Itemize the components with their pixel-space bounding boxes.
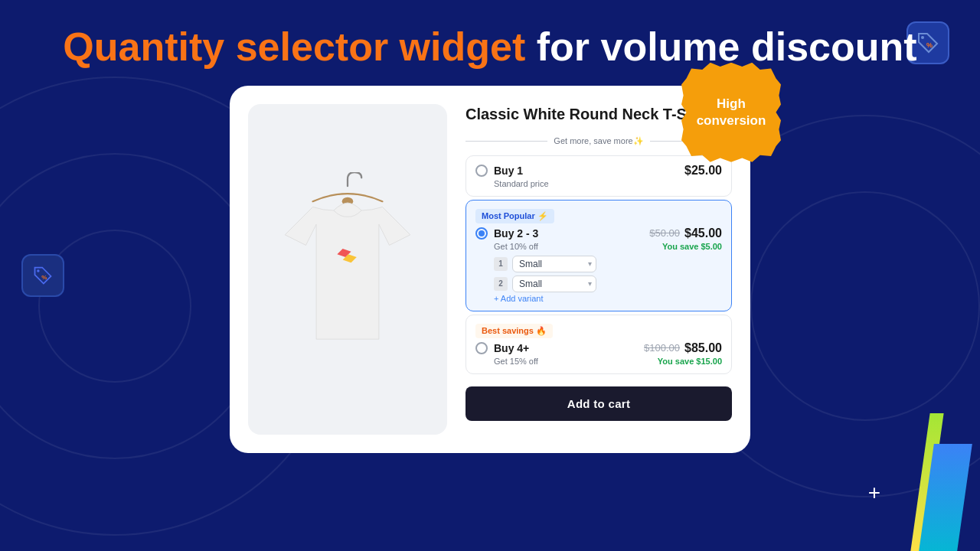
product-image-area: [248, 104, 447, 435]
option-buy2-3-left: Buy 2 - 3: [475, 227, 538, 240]
option-buy1-sub: Standard price: [475, 179, 722, 188]
option-buy1-price: $25.00: [684, 164, 722, 178]
option-buy4plus-save: You save $15.00: [658, 357, 722, 366]
variant-rows: 1 Small Medium Large ▾ 2: [475, 256, 722, 292]
save-banner-text: Get more, save more✨: [554, 136, 643, 146]
option-buy2-3[interactable]: Most Popular ⚡ Buy 2 - 3 $50.00 $45.00: [466, 200, 732, 311]
variant-select-wrap-2: Small Medium Large ▾: [512, 276, 596, 292]
variant-row-1: 1 Small Medium Large ▾: [494, 256, 722, 272]
option-buy2-3-original: $50.00: [649, 227, 680, 239]
badge-line1: High: [717, 96, 746, 111]
option-buy4plus-current: $85.00: [684, 341, 722, 355]
option-buy4plus-label: Buy 4+: [494, 342, 529, 354]
scallop-badge: High conversion: [681, 63, 781, 162]
option-buy2-3-header: Buy 2 - 3 $50.00 $45.00: [475, 227, 722, 240]
variant-row-2: 2 Small Medium Large ▾: [494, 276, 722, 292]
option-buy4plus-sub: Get 15% off You save $15.00: [475, 357, 722, 366]
option-buy4plus-discount: Get 15% off: [494, 357, 538, 366]
variant-select-1[interactable]: Small Medium Large: [512, 256, 596, 272]
plus-decoration: +: [868, 481, 880, 505]
option-buy2-3-label: Buy 2 - 3: [494, 227, 538, 240]
badge-text: High conversion: [697, 96, 766, 129]
option-buy2-3-discount: Get 10% off: [494, 242, 538, 251]
option-buy2-3-prices: $50.00 $45.00: [649, 227, 722, 240]
option-buy1-left: Buy 1: [475, 165, 523, 177]
option-buy2-3-sub: Get 10% off You save $5.00: [475, 242, 722, 251]
save-banner-line-left: [466, 141, 547, 142]
most-popular-tag: Most Popular ⚡: [475, 209, 554, 223]
option-buy2-3-save: You save $5.00: [662, 242, 722, 251]
variant-select-wrap-1: Small Medium Large ▾: [512, 256, 596, 272]
add-to-cart-button[interactable]: Add to cart: [466, 386, 732, 421]
best-savings-tag: Best savings 🔥: [475, 324, 553, 338]
title-orange-part: Quantity selector widget: [63, 24, 525, 69]
radio-buy4plus[interactable]: [475, 342, 488, 354]
page-header: Quantity selector widget for volume disc…: [0, 0, 980, 86]
quantity-options: Buy 1 $25.00 Standard price Most Popular…: [466, 155, 732, 374]
option-buy1-header: Buy 1 $25.00: [475, 164, 722, 178]
product-card: High conversion: [230, 86, 750, 453]
option-buy4plus-header: Buy 4+ $100.00 $85.00: [475, 341, 722, 355]
radio-buy2-3[interactable]: [475, 227, 488, 240]
tshirt-image: [271, 172, 424, 367]
radio-buy1[interactable]: [475, 165, 488, 177]
conversion-badge: High conversion: [681, 63, 781, 162]
option-buy4plus-left: Buy 4+: [475, 342, 529, 354]
option-buy1-prices: $25.00: [684, 164, 722, 178]
radio-buy2-3-inner: [479, 230, 485, 236]
option-buy4plus[interactable]: Best savings 🔥 Buy 4+ $100.00 $85.00: [466, 315, 732, 374]
option-buy4plus-original: $100.00: [644, 342, 680, 354]
variant-select-2[interactable]: Small Medium Large: [512, 276, 596, 292]
page-title: Quantity selector widget for volume disc…: [31, 24, 949, 70]
variant-num-2: 2: [494, 277, 508, 291]
badge-line2: conversion: [697, 113, 766, 128]
option-buy2-3-current: $45.00: [684, 227, 722, 240]
add-variant-link[interactable]: + Add variant: [475, 294, 722, 303]
main-content: High conversion: [0, 86, 980, 453]
variant-num-1: 1: [494, 257, 508, 271]
option-buy1-label: Buy 1: [494, 165, 523, 177]
option-buy4plus-prices: $100.00 $85.00: [644, 341, 722, 355]
